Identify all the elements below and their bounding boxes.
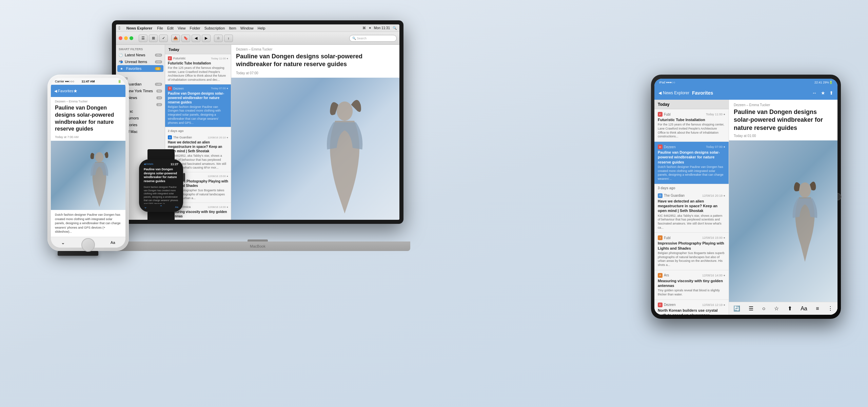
menu-item[interactable]: Item [229,26,236,30]
ipad-reload-button[interactable]: 🔄 [733,305,740,312]
ipad-star-bar-button[interactable]: ☆ [774,305,779,312]
apple-menu[interactable]:  [119,25,120,31]
watch-article-body: Dutch fashion designer Pauline van Donge… [141,184,181,204]
dezeen-title: Pauline van Dongen designs solar-powered… [168,91,228,104]
star-toolbar[interactable]: ☆ [214,35,223,42]
action-icon[interactable]: ↑ [224,35,233,42]
iphone-star-button[interactable]: ★ [73,88,78,94]
check-icon[interactable]: ✓ [159,35,168,42]
watch-font-button[interactable]: Aa [175,206,178,209]
ipad-article-view: Dezeen – Emma Tucker Pauline van Dongen … [729,100,837,315]
macbook-label: MacBook [105,241,410,251]
ipad-viscosity-excerpt: Tiny golden spirals reveal that blood is… [658,289,725,296]
futuristic-icon: F [168,56,172,60]
menu-items: File Edit View Folder Subscription Item … [157,26,265,30]
ipad-article-nk[interactable]: D Dezeen 12/08/16 12:19 ● North Korean b… [654,300,729,315]
iphone-font-button[interactable]: Aa [111,240,115,245]
watch-next-button[interactable]: ⌃ [159,205,163,209]
menu-subscription[interactable]: Subscription [204,26,225,30]
ipad-list-button[interactable]: ☰ [749,305,753,312]
article-item-dezeen-main[interactable]: D Dezeen Today 07:00 ● Pauline van Donge… [165,84,231,127]
article-item-futuristic[interactable]: F Futuristic Today 11:00 ● Futuristic Tu… [165,54,231,84]
iphone-side-button[interactable] [129,102,130,115]
guardian-src-icon: G [168,135,172,139]
sidebar-unread-items[interactable]: 📬 Unread Items 299 [116,58,165,65]
favorites-badge: 11 [155,67,161,70]
mac-article-image [231,78,399,220]
mac-article-title: Pauline van Dongen designs solar-powered… [231,53,399,71]
ipad-list-header: Today [654,100,729,109]
two-days-ago-label: 2 days ago [165,127,231,133]
ipad-article-viscosity[interactable]: A Ars 12/08/16 14:00 ● Measuring viscosi… [654,270,729,300]
close-button[interactable] [119,36,122,40]
menu-view[interactable]: View [178,26,186,30]
ipad-article-photography[interactable]: f Fubl 12/08/16 15:00 ● Impressive Photo… [654,233,729,270]
sidebar-toggle[interactable]: ☰ [139,35,147,42]
mac-search-bar[interactable]: 🔍 Search [349,35,397,42]
cnn-badge: 19 [156,96,162,99]
minimize-button[interactable] [124,36,128,40]
ipad-guardian-title: Have we detected an alien megastructure … [658,199,725,213]
iphone-prev-button[interactable]: ⌄ [61,240,65,245]
iphone-home-button[interactable] [81,238,95,252]
ipad-star-icon[interactable]: ★ [821,90,825,96]
unread-icon: 📬 [119,60,123,64]
search-icon[interactable]: 🔍 [393,26,397,30]
smart-filters-label: Smart Filters [116,47,165,52]
ipad-shell: iPad ●●●○○ 22:41 29%🔋 ◀ News Explorer Fa… [651,75,841,319]
ipad-fubl-icon: F [658,112,663,117]
share-icon[interactable]: 📤 [171,35,180,42]
iphone-carrier: Carrier ●●○○○ [55,80,81,83]
iphone-article-person [73,148,125,210]
ipad-article-futuristic[interactable]: F Fubl Today 11:00 ● Futuristic Tube Ins… [654,109,729,142]
guardian-art-date: 12/08/16 20:10 ● [208,136,228,139]
watch-band-top [147,149,175,159]
watch-time: 11:27 [171,162,178,166]
iphone-back-button[interactable]: ◀ Favorites [54,89,73,93]
ipad-menu-button[interactable]: ⋮ [828,305,833,312]
watch-article-title: Pauline van Dongen designs solar-powered… [141,167,181,184]
menu-file[interactable]: File [157,26,163,30]
dezeen-excerpt: Belgian fashion designer Pauline van Don… [168,105,228,125]
sidebar-latest-news[interactable]: 🕐 Latest News 254 [116,52,165,58]
ipad-share-icon[interactable]: ⬆ [829,90,833,96]
svg-point-1 [95,152,103,162]
watch-prev-button[interactable]: ⌄ [144,205,147,209]
ipad-art-date: Today at 01:00 [729,134,837,140]
nav-forward[interactable]: ▶ [202,35,211,42]
ipad-article-guardian[interactable]: G The Guardian 12/08/16 20:19 ● Have we … [654,191,729,233]
watch-band-bottom [147,212,175,224]
bookmark-icon[interactable]: 🔖 [181,35,190,42]
ipad-font-button[interactable]: Aa [801,306,807,312]
bluetooth-icon: ✦ [369,26,371,30]
ipad-device: iPad ●●●○○ 22:41 29%🔋 ◀ News Explorer Fa… [651,75,841,319]
ipad-viscosity-date: 12/08/16 14:00 ● [702,274,725,277]
photo-date: 12/08/16 15:00 ● [208,175,228,178]
ipad-dezeen-name: Dezeen [664,145,675,149]
ipad-nk-name: Dezeen [664,303,675,307]
menu-window[interactable]: Window [240,26,254,30]
article-list-header: Today [165,45,231,54]
ipad-article-dezeen[interactable]: D Dezeen Today 07:00 ● Pauline van Donge… [654,142,729,184]
ipad-share-bar-button[interactable]: ⬆ [788,305,792,312]
watch-back-icon[interactable]: ◀ Details [144,163,153,166]
nyt-badge: 50 [156,90,162,93]
nav-back[interactable]: ◀ [192,35,200,42]
watch-statusbar: ◀ Details 11:27 [141,161,181,167]
grid-view[interactable]: ⊞ [149,35,158,42]
watch-crown[interactable] [183,173,185,181]
ipad-back-button[interactable]: ◀ News Explorer [658,91,689,95]
menu-help[interactable]: Help [258,26,265,30]
ipad-circle-button[interactable]: ○ [762,306,766,312]
menu-edit[interactable]: Edit [167,26,174,30]
ipad-photo-name: Fubl [664,236,670,240]
fullscreen-button[interactable] [130,36,133,40]
ipad-nk-icon: D [658,303,663,307]
menu-folder[interactable]: Folder [190,26,200,30]
ipad-layout-button[interactable]: ≡ [816,306,819,312]
sidebar-favorites[interactable]: ★ Favorites 11 [117,65,163,72]
ipad-expand-icon[interactable]: ↔ [812,90,817,96]
ipad-article-list: Today F Fubl Today 11:00 ● Futuristic Tu… [654,100,729,315]
watch-device: ◀ Details 11:27 Pauline van Dongen desig… [132,149,190,224]
mac-menubar:  News Explorer File Edit View Folder Su… [116,24,399,32]
